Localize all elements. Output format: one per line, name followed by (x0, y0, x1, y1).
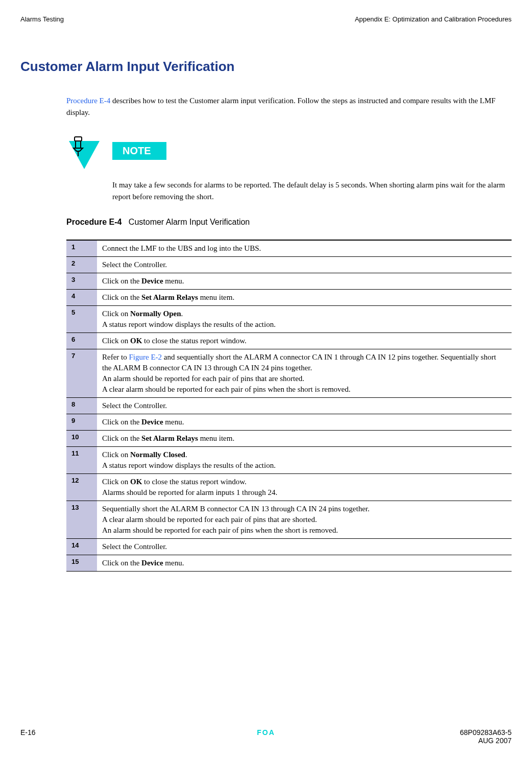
header-left: Alarms Testing (20, 15, 64, 23)
table-row: 6Click on OK to close the status report … (66, 333, 512, 349)
bold-term: Normally Open (130, 310, 181, 318)
footer-doc-id: 68P09283A63-5 (460, 728, 512, 737)
table-row: 10Click on the Set Alarm Relays menu ite… (66, 431, 512, 447)
step-number: 9 (66, 414, 97, 431)
figure-link[interactable]: Figure E-2 (129, 353, 162, 361)
step-text: Connect the LMF to the UBS and log into … (97, 240, 512, 257)
note-text: It may take a few seconds for alarms to … (112, 179, 512, 202)
step-number: 4 (66, 290, 97, 306)
table-row: 14Select the Controller. (66, 539, 512, 555)
step-number: 6 (66, 333, 97, 349)
bold-term: Device (141, 277, 163, 285)
bold-term: Device (141, 418, 163, 426)
step-text: Click on the Device menu. (97, 414, 512, 431)
page-footer: E-16 FOA 68P09283A63-5 AUG 2007 (20, 728, 512, 745)
pushpin-icon (70, 136, 86, 156)
bold-term: Device (141, 559, 163, 567)
note-header: NOTE (66, 136, 512, 172)
step-text: Sequentially short the ALARM B connector… (97, 501, 512, 539)
step-number: 5 (66, 306, 97, 333)
bold-term: Set Alarm Relays (141, 434, 198, 442)
footer-right: 68P09283A63-5 AUG 2007 (460, 728, 512, 745)
table-row: 13Sequentially short the ALARM B connect… (66, 501, 512, 539)
table-row: 3Click on the Device menu. (66, 273, 512, 290)
table-row: 1Connect the LMF to the UBS and log into… (66, 240, 512, 257)
step-text: Click on the Set Alarm Relays menu item. (97, 290, 512, 306)
note-label: NOTE (112, 142, 166, 160)
bold-term: OK (130, 478, 142, 486)
table-row: 8Select the Controller. (66, 398, 512, 414)
step-number: 13 (66, 501, 97, 539)
step-text: Refer to Figure E-2 and sequentially sho… (97, 349, 512, 398)
table-row: 12Click on OK to close the status report… (66, 474, 512, 501)
step-text: Click on OK to close the status report w… (97, 333, 512, 349)
intro-paragraph: Procedure E-4 describes how to test the … (66, 95, 501, 118)
svg-rect-0 (75, 137, 82, 141)
table-row: 9Click on the Device menu. (66, 414, 512, 431)
table-row: 4Click on the Set Alarm Relays menu item… (66, 290, 512, 306)
procedure-table: 1Connect the LMF to the UBS and log into… (66, 240, 512, 572)
step-text: Select the Controller. (97, 398, 512, 414)
table-row: 7Refer to Figure E-2 and sequentially sh… (66, 349, 512, 398)
footer-foa: FOA (257, 728, 275, 737)
table-row: 5Click on Normally Open.A status report … (66, 306, 512, 333)
procedure-subtitle: Customer Alarm Input Verification (129, 218, 250, 226)
step-text: Click on the Device menu. (97, 555, 512, 572)
step-number: 3 (66, 273, 97, 290)
step-number: 1 (66, 240, 97, 257)
note-icon (66, 136, 102, 172)
step-text: Click on Normally Closed.A status report… (97, 447, 512, 474)
step-number: 7 (66, 349, 97, 398)
procedure-heading: Procedure E-4 Customer Alarm Input Verif… (66, 218, 512, 227)
step-text: Select the Controller. (97, 257, 512, 273)
step-number: 15 (66, 555, 97, 572)
step-number: 8 (66, 398, 97, 414)
procedure-label: Procedure E-4 (66, 218, 122, 226)
bold-term: Set Alarm Relays (141, 293, 198, 301)
footer-date: AUG 2007 (460, 737, 512, 745)
header-right: Appendix E: Optimization and Calibration… (355, 15, 512, 23)
page-title: Customer Alarm Input Verification (20, 59, 512, 75)
table-row: 15Click on the Device menu. (66, 555, 512, 572)
footer-page-number: E-16 (20, 728, 36, 745)
step-text: Select the Controller. (97, 539, 512, 555)
step-text: Click on Normally Open.A status report w… (97, 306, 512, 333)
procedure-link[interactable]: Procedure E-4 (66, 97, 110, 105)
step-text: Click on the Device menu. (97, 273, 512, 290)
bold-term: Normally Closed (130, 450, 185, 459)
step-number: 12 (66, 474, 97, 501)
step-number: 14 (66, 539, 97, 555)
svg-rect-1 (76, 141, 81, 148)
table-row: 11Click on Normally Closed.A status repo… (66, 447, 512, 474)
step-number: 11 (66, 447, 97, 474)
step-text: Click on the Set Alarm Relays menu item. (97, 431, 512, 447)
page-header: Alarms Testing Appendix E: Optimization … (20, 15, 512, 23)
intro-text: describes how to test the Customer alarm… (66, 97, 496, 116)
table-row: 2Select the Controller. (66, 257, 512, 273)
note-block: NOTE It may take a few seconds for alarm… (66, 136, 512, 202)
step-number: 10 (66, 431, 97, 447)
step-text: Click on OK to close the status report w… (97, 474, 512, 501)
step-number: 2 (66, 257, 97, 273)
bold-term: OK (130, 337, 142, 345)
